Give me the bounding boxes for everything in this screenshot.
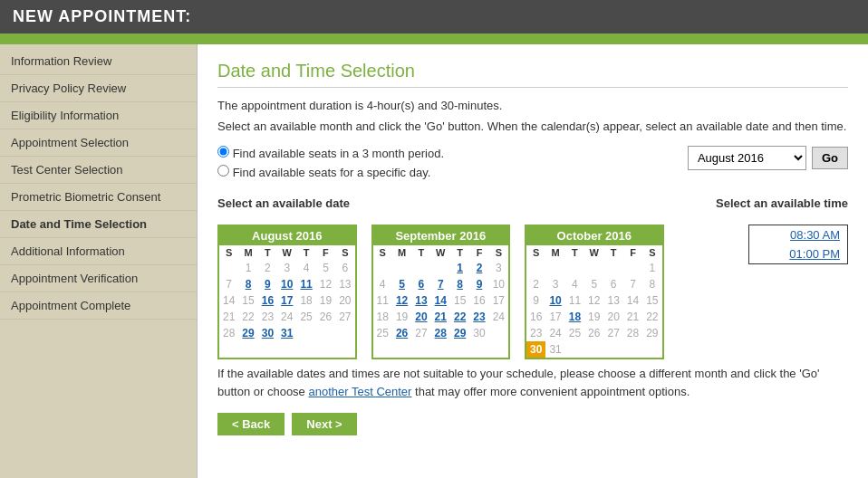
time-box: 08:30 AM01:00 PM [748,225,848,264]
sidebar-item-date-and-time-selection[interactable]: Date and Time Selection [0,211,197,238]
calendar-day-header: M [545,245,564,260]
calendar-day[interactable]: 26 [392,325,411,341]
calendar-day: 21 [219,309,238,325]
sidebar-item-appointment-selection[interactable]: Appointment Selection [0,129,197,157]
calendar-day [603,341,622,358]
radio-options: Find available seats in a 3 month period… [217,146,444,184]
calendar-day-header: S [219,245,238,260]
radio-specific-day[interactable] [217,165,229,177]
calendar-day[interactable]: 22 [450,309,469,325]
sidebar-item-information-review[interactable]: Information Review [0,48,197,75]
calendar-day [642,341,661,358]
appointment-duration-text: The appointment duration is 4-hour(s) an… [217,99,848,112]
calendar-day: 20 [603,309,622,325]
back-button[interactable]: < Back [217,413,285,435]
calendar-day[interactable]: 8 [450,276,469,292]
calendars-header-row: Select an available date Select an avail… [217,196,848,217]
calendar-day[interactable]: 28 [431,325,450,341]
calendar-day[interactable]: 17 [277,292,296,309]
calendar-day: 23 [526,325,545,341]
calendar-day[interactable]: 9 [469,276,488,292]
sidebar-item-appointment-complete[interactable]: Appointment Complete [0,292,197,320]
calendar-day[interactable]: 23 [469,309,488,325]
calendar-day[interactable]: 9 [258,276,277,292]
month-select[interactable]: August 2016September 2016October 2016 [688,146,806,170]
calendar-day[interactable]: 14 [431,292,450,309]
calendar-day[interactable]: 30 [526,341,545,358]
calendar-day: 2 [258,260,277,276]
calendar-day-header: T [565,245,584,260]
time-option[interactable]: 01:00 PM [749,244,847,263]
calendar-day[interactable]: 31 [277,325,296,341]
calendar-day: 4 [373,276,392,292]
header-title: NEW APPOINTMENT: [13,7,191,25]
calendar-day[interactable]: 5 [392,276,411,292]
calendar-day-header: W [431,245,450,260]
calendar-day: 17 [489,292,508,309]
calendar-day: 25 [296,309,315,325]
calendar-day: 1 [642,260,661,276]
next-button[interactable]: Next > [292,413,356,435]
calendar-day: 26 [316,309,335,325]
calendar-day[interactable]: 1 [450,260,469,276]
radio-option-1[interactable]: Find available seats in a 3 month period… [217,146,444,160]
calendar-day [603,260,622,276]
calendar-day: 3 [277,260,296,276]
sidebar-item-privacy-policy-review[interactable]: Privacy Policy Review [0,75,197,102]
calendar-day[interactable]: 21 [431,309,450,325]
calendar-day [623,341,642,358]
calendar-day[interactable]: 29 [450,325,469,341]
calendar-day[interactable]: 7 [431,276,450,292]
calendar-day[interactable]: 10 [277,276,296,292]
calendar-day[interactable]: 16 [258,292,277,309]
sidebar-item-test-center-selection[interactable]: Test Center Selection [0,157,197,184]
options-row: Find available seats in a 3 month period… [217,146,848,184]
calendar-day[interactable]: 8 [238,276,257,292]
calendar-day: 8 [642,276,661,292]
calendar-day[interactable]: 11 [296,276,315,292]
radio-option-2[interactable]: Find available seats for a specific day. [217,165,444,179]
calendar-aug2016: August 2016SMTWTFS1234567891011121314151… [217,225,357,359]
calendar-day: 15 [450,292,469,309]
calendar-day[interactable]: 20 [411,309,430,325]
calendar-day[interactable]: 13 [411,292,430,309]
sidebar-item-additional-information[interactable]: Additional Information [0,238,197,265]
calendar-day-header: T [450,245,469,260]
calendar-day: 30 [469,325,488,341]
calendar-day: 1 [238,260,257,276]
instruction-text: Select an available month and click the … [217,120,848,133]
calendar-day: 12 [584,292,603,309]
time-option[interactable]: 08:30 AM [749,225,847,244]
sidebar-item-appointment-verification[interactable]: Appointment Verification [0,265,197,292]
calendar-day: 4 [296,260,315,276]
calendar-day: 22 [642,309,661,325]
calendar-day [623,260,642,276]
another-test-center-link[interactable]: another Test Center [308,385,411,398]
footer-text: If the available dates and times are not… [217,365,848,400]
calendars-section: Select an available date Select an avail… [217,196,848,359]
calendar-day-header: M [238,245,257,260]
calendar-day [584,341,603,358]
calendar-day: 13 [603,292,622,309]
calendar-day: 25 [373,325,392,341]
sidebar-item-eligibility-information[interactable]: Eligibility Information [0,102,197,129]
page-header: NEW APPOINTMENT: [0,0,868,37]
calendar-day[interactable]: 6 [411,276,430,292]
calendar-day[interactable]: 2 [469,260,488,276]
calendar-day: 18 [296,292,315,309]
calendar-day-header: S [526,245,545,260]
calendar-day [296,325,315,341]
calendar-day[interactable]: 18 [565,309,584,325]
go-button[interactable]: Go [812,147,848,169]
calendar-day[interactable]: 30 [258,325,277,341]
radio-3month[interactable] [217,146,229,158]
calendar-day [545,260,564,276]
calendar-sep2016: September 2016SMTWTFS1234567891011121314… [371,225,511,359]
calendar-day: 3 [545,276,564,292]
calendar-day: 20 [335,292,354,309]
calendar-day: 12 [316,276,335,292]
calendar-day[interactable]: 29 [238,325,257,341]
sidebar-item-prometric-biometric-consent[interactable]: Prometric Biometric Consent [0,184,197,211]
calendar-day[interactable]: 10 [545,292,564,309]
calendar-day[interactable]: 12 [392,292,411,309]
